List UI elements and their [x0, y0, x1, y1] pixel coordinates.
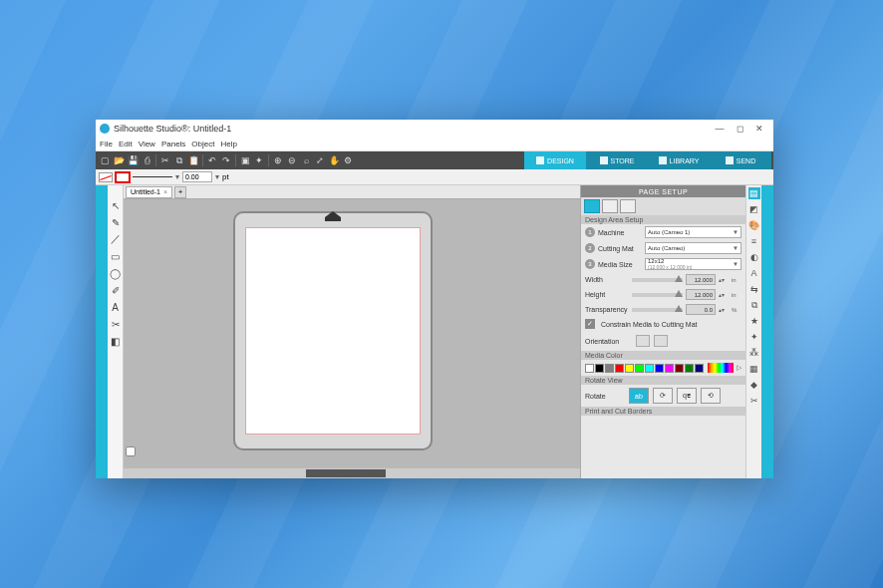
modify-icon[interactable]: ★ [748, 315, 760, 327]
knife-tool-icon[interactable]: ✂ [110, 318, 122, 330]
paste-icon[interactable]: 📋 [186, 153, 200, 167]
menu-view[interactable]: View [139, 140, 155, 148]
ellipse-tool-icon[interactable]: ◯ [110, 267, 122, 279]
text-tool-icon[interactable]: A [110, 301, 122, 313]
open-icon[interactable]: 📂 [112, 153, 126, 167]
color-swatch[interactable] [665, 364, 674, 373]
menu-help[interactable]: Help [220, 140, 236, 148]
eraser-tool-icon[interactable]: ◧ [110, 335, 122, 347]
close-tab-icon[interactable]: × [163, 188, 167, 195]
width-slider[interactable] [632, 278, 683, 282]
fill-panel-icon[interactable]: 🎨 [748, 219, 760, 231]
knife-panel-icon[interactable]: ✂ [748, 395, 760, 407]
select-tool-icon[interactable]: ↖ [110, 199, 122, 211]
color-picker-arrow-icon[interactable]: ▷ [736, 364, 741, 372]
transform-icon[interactable]: ⇆ [748, 283, 760, 295]
minimize-button[interactable]: — [710, 122, 730, 136]
page-tab-icon[interactable] [584, 199, 600, 213]
offset-icon[interactable]: ✦ [748, 331, 760, 343]
menu-file[interactable]: File [100, 140, 113, 148]
cutting-mat [233, 211, 433, 450]
color-swatch[interactable] [595, 364, 604, 373]
pixscan-icon[interactable]: ◩ [748, 203, 760, 215]
color-swatch[interactable] [645, 364, 654, 373]
redo-icon[interactable]: ↷ [219, 153, 233, 167]
cutting-mat-dropdown[interactable]: Auto (Cameo)▼ [645, 242, 741, 254]
save-icon[interactable]: 💾 [126, 153, 140, 167]
line-weight-input[interactable] [182, 171, 212, 182]
landscape-button[interactable] [654, 335, 668, 347]
transparency-value[interactable]: 0.0 [686, 304, 716, 315]
titlebar: Silhouette Studio®: Untitled-1 — ◻ ✕ [96, 120, 773, 138]
horizontal-scrollbar[interactable] [124, 468, 580, 478]
registration-tab-icon[interactable] [620, 199, 636, 213]
maximize-button[interactable]: ◻ [730, 122, 749, 136]
page-setup-icon[interactable]: ▤ [748, 187, 760, 199]
color-swatch[interactable] [605, 364, 614, 373]
add-tab-button[interactable]: + [174, 186, 186, 198]
height-slider[interactable] [632, 293, 683, 297]
cart-icon [600, 156, 608, 164]
pan-icon[interactable]: ✋ [327, 153, 341, 167]
media-page[interactable] [245, 227, 421, 435]
zoom-in-icon[interactable]: ⊕ [271, 153, 285, 167]
menu-edit[interactable]: Edit [119, 140, 133, 148]
color-swatch[interactable] [695, 364, 704, 373]
cutting-mat-label: Cutting Mat [598, 245, 642, 252]
text-style-icon[interactable]: A [748, 267, 760, 279]
select-all-icon[interactable]: ▣ [238, 153, 252, 167]
transparency-slider[interactable] [632, 308, 683, 312]
constrain-checkbox[interactable]: ✓ [585, 319, 595, 329]
line-swatch[interactable] [116, 172, 130, 182]
color-swatch[interactable] [585, 364, 594, 373]
fit-icon[interactable]: ⤢ [313, 153, 327, 167]
tab-library[interactable]: LIBRARY [648, 151, 710, 169]
media-size-dropdown[interactable]: 12x12(12.000 x 12.000 in)▼ [645, 258, 741, 270]
color-swatch[interactable] [685, 364, 694, 373]
portrait-button[interactable] [636, 335, 650, 347]
stipple-icon[interactable]: ⁂ [748, 347, 760, 359]
color-swatch[interactable] [615, 364, 624, 373]
rotate-90-button[interactable]: ⟳ [653, 388, 673, 404]
new-icon[interactable]: ▢ [98, 153, 112, 167]
undo-icon[interactable]: ↶ [205, 153, 219, 167]
tab-design[interactable]: DESIGN [524, 151, 586, 169]
rectangle-tool-icon[interactable]: ▭ [110, 250, 122, 262]
color-swatch[interactable] [625, 364, 634, 373]
color-swatch[interactable] [655, 364, 664, 373]
width-value[interactable]: 12.000 [686, 274, 716, 285]
fill-swatch[interactable] [99, 172, 113, 182]
machine-dropdown[interactable]: Auto (Cameo 1)▼ [645, 226, 741, 238]
zoom-out-icon[interactable]: ⊖ [285, 153, 299, 167]
menu-panels[interactable]: Panels [161, 140, 185, 148]
deselect-icon[interactable]: ✦ [252, 153, 266, 167]
cut-icon[interactable]: ✂ [158, 153, 172, 167]
color-gradient-picker[interactable] [708, 363, 734, 373]
menu-object[interactable]: Object [191, 140, 214, 148]
freehand-tool-icon[interactable]: ✐ [110, 284, 122, 296]
trace-icon[interactable]: ◐ [748, 251, 760, 263]
grid-tab-icon[interactable] [602, 199, 618, 213]
close-button[interactable]: ✕ [749, 122, 769, 136]
copy-icon[interactable]: ⧉ [172, 153, 186, 167]
weld-icon[interactable]: ◆ [748, 379, 760, 391]
canvas-area[interactable] [124, 199, 580, 468]
rotate-180-button[interactable]: qɐ [677, 388, 697, 404]
tab-store[interactable]: STORE [586, 151, 648, 169]
line-panel-icon[interactable]: ≡ [748, 235, 760, 247]
zoom-select-icon[interactable]: ⌕ [299, 153, 313, 167]
document-tab[interactable]: Untitled-1 × [126, 186, 172, 198]
edit-points-tool-icon[interactable]: ✎ [110, 216, 122, 228]
line-tool-icon[interactable]: ／ [110, 233, 122, 245]
tab-send[interactable]: SEND [710, 151, 771, 169]
height-value[interactable]: 12.000 [686, 289, 716, 300]
library-icon [659, 156, 667, 164]
replicate-icon[interactable]: ⧉ [748, 299, 760, 311]
color-swatch[interactable] [635, 364, 644, 373]
rotate-0-button[interactable]: ab [629, 388, 649, 404]
print-icon[interactable]: ⎙ [140, 153, 153, 167]
image-effects-icon[interactable]: ▦ [748, 363, 760, 375]
color-swatch[interactable] [675, 364, 684, 373]
preferences-icon[interactable]: ⚙ [341, 153, 355, 167]
rotate-270-button[interactable]: ⟲ [701, 388, 721, 404]
